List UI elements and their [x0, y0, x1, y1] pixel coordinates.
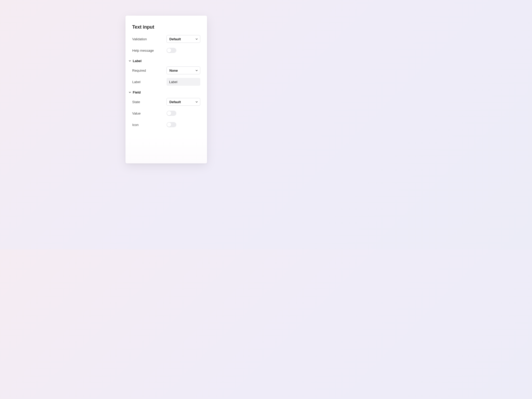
- panel-title: Text input: [132, 24, 200, 30]
- required-select[interactable]: None: [167, 66, 200, 74]
- help-message-toggle[interactable]: [167, 48, 176, 53]
- help-message-toggle-wrap: [167, 48, 200, 53]
- toggle-knob: [167, 123, 171, 127]
- chevron-down-icon: [129, 91, 131, 94]
- state-select-value: Default: [169, 100, 181, 104]
- state-select[interactable]: Default: [167, 98, 200, 106]
- field-section-title: Field: [133, 90, 141, 94]
- icon-toggle[interactable]: [167, 122, 176, 127]
- label-section-header[interactable]: Label: [129, 59, 200, 63]
- validation-label: Validation: [132, 37, 147, 41]
- chevron-down-icon: [195, 101, 198, 103]
- properties-panel: Text input Validation Default Help messa…: [125, 16, 207, 163]
- validation-select-value: Default: [169, 37, 181, 41]
- toggle-knob: [167, 48, 171, 52]
- help-message-row: Help message: [132, 46, 200, 54]
- value-toggle[interactable]: [167, 111, 176, 116]
- value-toggle-label: Value: [132, 111, 141, 115]
- label-input[interactable]: [167, 78, 200, 86]
- label-input-row: Label: [132, 78, 200, 86]
- icon-toggle-wrap: [167, 122, 200, 127]
- validation-row: Validation Default: [132, 35, 200, 43]
- icon-toggle-label: Icon: [132, 123, 139, 127]
- label-section-title: Label: [133, 59, 142, 63]
- state-row: State Default: [132, 98, 200, 106]
- required-row: Required None: [132, 66, 200, 74]
- icon-toggle-row: Icon: [132, 121, 200, 129]
- value-toggle-row: Value: [132, 109, 200, 117]
- label-input-label: Label: [132, 80, 141, 84]
- chevron-down-icon: [195, 38, 198, 40]
- help-message-label: Help message: [132, 49, 154, 52]
- field-section-header[interactable]: Field: [129, 90, 200, 94]
- state-label: State: [132, 100, 140, 104]
- chevron-down-icon: [129, 60, 131, 62]
- validation-select[interactable]: Default: [167, 35, 200, 43]
- required-label: Required: [132, 69, 146, 72]
- toggle-knob: [167, 111, 171, 115]
- value-toggle-wrap: [167, 111, 200, 116]
- required-select-value: None: [169, 69, 178, 72]
- chevron-down-icon: [195, 69, 198, 72]
